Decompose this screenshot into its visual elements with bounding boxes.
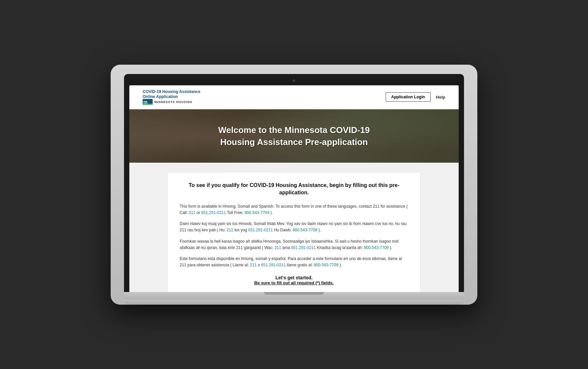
para3-text2: ama bbox=[282, 245, 291, 250]
hero-title-line2: Housing Assistance Pre-application bbox=[220, 137, 368, 147]
para1-link3[interactable]: 800.543-7709 bbox=[245, 210, 269, 215]
app-header: COVID-19 Housing Assistance Online Appli… bbox=[129, 85, 459, 110]
para1-text4: ). bbox=[270, 210, 273, 215]
paragraph-spanish: Este formulario está disponible en hmong… bbox=[180, 256, 408, 268]
login-button[interactable]: Application Login bbox=[386, 92, 431, 102]
laptop-frame: COVID-19 Housing Assistance Online Appli… bbox=[111, 65, 477, 305]
para2-link3[interactable]: 800.543-7709 bbox=[293, 228, 317, 232]
mn-logo-icon: m bbox=[143, 99, 153, 105]
screen: COVID-19 Housing Assistance Online Appli… bbox=[129, 85, 459, 292]
logo-title-line1: COVID-19 Housing Assistance bbox=[143, 89, 200, 95]
para1-link2[interactable]: 651.291-0211 bbox=[201, 210, 226, 215]
content-card: To see if you qualify for COVID-19 Housi… bbox=[167, 172, 421, 292]
card-heading: To see if you qualify for COVID-19 Housi… bbox=[180, 182, 408, 197]
para1-text2: or bbox=[197, 210, 201, 215]
para3-link2[interactable]: 651.291-0211 bbox=[291, 245, 316, 250]
hero-title: Welcome to the Minnesota COVID-19 Housin… bbox=[218, 124, 370, 148]
laptop-notch bbox=[264, 292, 324, 295]
camera bbox=[293, 79, 295, 82]
para4-text4: ). bbox=[340, 263, 342, 267]
para4-text3: llame gratis al: bbox=[287, 263, 314, 267]
para2-text4: ). bbox=[318, 228, 321, 232]
para1-link1[interactable]: 211 bbox=[189, 210, 195, 215]
para4-link3[interactable]: 800.543-7709 bbox=[314, 263, 338, 267]
para4-link2[interactable]: 651.291-0211 bbox=[261, 263, 286, 267]
laptop-base bbox=[124, 292, 464, 299]
para3-link1[interactable]: 211 bbox=[274, 245, 281, 250]
card-footer: Let's get started. Be sure to fill out a… bbox=[180, 275, 408, 285]
para4-link1[interactable]: 211 bbox=[250, 263, 257, 267]
para2-text2: los yog bbox=[234, 228, 248, 232]
paragraph-hmong: Daim ntawv kuj muaj yam siv lus Hmoob, S… bbox=[180, 221, 408, 233]
laptop-bottom bbox=[124, 299, 464, 305]
help-button[interactable]: Help bbox=[436, 95, 445, 100]
footer-main: Let's get started. bbox=[180, 275, 408, 280]
screen-bezel: COVID-19 Housing Assistance Online Appli… bbox=[124, 74, 464, 292]
mn-logo: m MINNESOTA HOUSING bbox=[143, 99, 193, 105]
mn-logo-text: MINNESOTA HOUSING bbox=[154, 100, 193, 104]
paragraph-somali: Foomkan waxaa la heli karaa isagoo ah af… bbox=[180, 238, 408, 251]
hero-title-line1: Welcome to the Minnesota COVID-19 bbox=[218, 125, 370, 135]
logo-area: COVID-19 Housing Assistance Online Appli… bbox=[143, 89, 200, 105]
header-nav: Application Login Help bbox=[386, 92, 446, 102]
para3-link3[interactable]: 800.543-7709 bbox=[364, 245, 389, 250]
hero-banner: Welcome to the Minnesota COVID-19 Housin… bbox=[129, 109, 459, 163]
svg-rect-2 bbox=[143, 104, 153, 105]
main-content: To see if you qualify for COVID-19 Housi… bbox=[129, 163, 459, 292]
logo-title-line2: Online Application bbox=[143, 94, 178, 99]
para2-link2[interactable]: 651.291-0211 bbox=[248, 228, 273, 232]
para1-text3: Toll Free: bbox=[227, 210, 245, 215]
para3-text3: Khadka lacag la'aanta ah: bbox=[317, 245, 364, 250]
para2-link1[interactable]: 211 bbox=[227, 228, 233, 232]
para4-text2: o bbox=[258, 263, 261, 267]
para2-text3: Hu Dawb: bbox=[274, 228, 293, 232]
paragraph-english: This form is available in Hmong, Somali … bbox=[180, 203, 408, 216]
footer-sub: Be sure to fill out all required (*) fie… bbox=[180, 280, 408, 285]
para3-text4: ). bbox=[390, 245, 392, 250]
